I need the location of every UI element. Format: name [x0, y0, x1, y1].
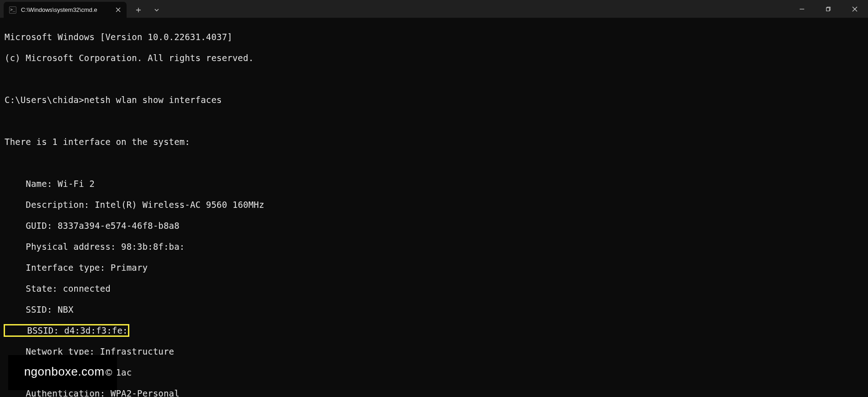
watermark-text: ngonboxe.com	[24, 365, 105, 378]
banner-line-1: Microsoft Windows [Version 10.0.22631.40…	[5, 32, 863, 42]
close-icon	[852, 6, 858, 12]
tab-title: C:\Windows\system32\cmd.e	[21, 6, 109, 13]
window-minimize-button[interactable]	[789, 0, 815, 18]
field-radio-type: Radio type: 802.11ac	[5, 367, 863, 378]
banner-line-2: (c) Microsoft Corporation. All rights re…	[5, 53, 863, 63]
window-close-button[interactable]	[842, 0, 868, 18]
close-icon	[116, 7, 121, 12]
watermark: ngonboxe.com©	[8, 355, 117, 390]
terminal-output[interactable]: Microsoft Windows [Version 10.0.22631.40…	[0, 18, 868, 397]
field-physical-address: Physical address: 98:3b:8f:ba:	[5, 242, 863, 252]
tab-close-button[interactable]	[114, 6, 122, 14]
window-maximize-button[interactable]	[815, 0, 842, 18]
field-description: Description: Intel(R) Wireless-AC 9560 1…	[5, 200, 863, 210]
minimize-icon	[799, 6, 805, 12]
copyright-icon: ©	[104, 367, 112, 377]
svg-rect-1	[827, 8, 830, 11]
field-interface-type: Interface type: Primary	[5, 263, 863, 273]
tabbar-actions	[127, 0, 166, 18]
field-guid: GUID: 8337a394-e574-46f8-b8a8	[5, 221, 863, 231]
field-name: Name: Wi-Fi 2	[5, 179, 863, 189]
maximize-icon	[826, 6, 831, 12]
cmd-icon	[9, 6, 16, 14]
window-controls	[789, 0, 868, 18]
field-ssid: SSID: NBX	[5, 304, 863, 315]
prompt-line: C:\Users\chida>netsh wlan show interface…	[5, 95, 863, 105]
prompt-command: netsh wlan show interfaces	[84, 95, 222, 105]
summary-line: There is 1 interface on the system:	[5, 137, 863, 147]
active-tab[interactable]: C:\Windows\system32\cmd.e	[4, 2, 127, 18]
field-network-type: Network type: Infrastructure	[5, 346, 863, 357]
new-tab-button[interactable]	[129, 2, 148, 18]
titlebar: C:\Windows\system32\cmd.e	[0, 0, 868, 18]
field-state: State: connected	[5, 284, 863, 294]
tab-dropdown-button[interactable]	[148, 2, 166, 18]
field-bssid: BSSID: d4:3d:f3:fe:	[5, 325, 863, 336]
field-authentication: Authentication: WPA2-Personal	[5, 388, 863, 397]
chevron-down-icon	[154, 7, 159, 13]
plus-icon	[136, 7, 141, 13]
prompt-cwd: C:\Users\chida>	[5, 95, 84, 105]
